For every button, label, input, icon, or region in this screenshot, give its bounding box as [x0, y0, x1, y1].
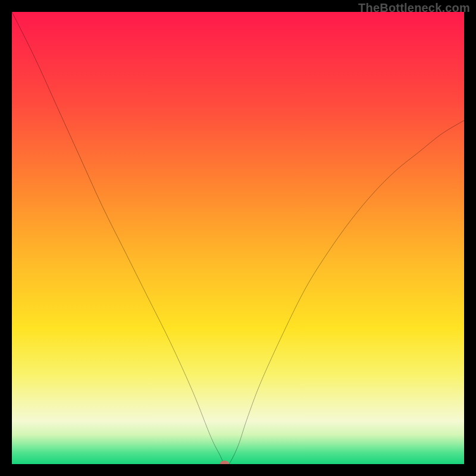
chart-frame: TheBottleneck.com: [0, 0, 476, 476]
plot-area: [12, 12, 464, 464]
bottleneck-curve: [12, 12, 464, 464]
optimal-point-marker: [220, 461, 229, 464]
curve-layer: [12, 12, 464, 464]
